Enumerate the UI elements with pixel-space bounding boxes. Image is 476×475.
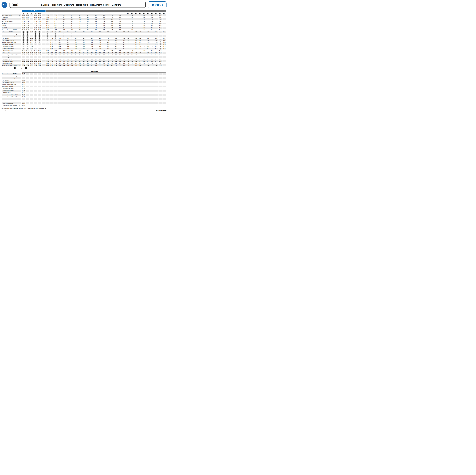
time-cell <box>58 104 62 106</box>
time-cell <box>26 94 29 96</box>
time-cell: 15.05 <box>114 44 118 45</box>
time-cell: 13.13 <box>98 60 102 62</box>
no-stop-wavy-icon <box>63 48 64 49</box>
time-cell <box>98 88 102 89</box>
time-cell <box>90 94 94 96</box>
time-cell <box>62 33 66 35</box>
time-cell <box>54 39 57 41</box>
time-cell: 12.01 <box>90 33 94 35</box>
time-cell: 22.46 <box>154 65 158 66</box>
time-cell <box>163 102 166 104</box>
time-cell: 19.44 <box>26 27 29 29</box>
no-stop-wavy-icon <box>35 35 36 37</box>
time-cell: 07.05 <box>50 41 53 43</box>
time-cell: 11.11 <box>82 56 86 58</box>
no-stop-wavy-icon <box>47 46 48 47</box>
time-cell: 11.02 <box>82 35 86 37</box>
time-cell: 19.42 <box>26 23 29 24</box>
time-cell <box>62 100 66 102</box>
no-stop-wavy-icon <box>120 33 120 35</box>
time-cell <box>122 94 126 96</box>
time-cell <box>158 100 162 102</box>
time-cell <box>86 73 90 75</box>
time-cell <box>118 48 122 49</box>
time-cell: 18.34 <box>138 39 142 41</box>
time-cell <box>58 50 62 51</box>
time-cell: 17.47 <box>130 52 134 54</box>
time-cell: 18.42 <box>138 58 142 60</box>
time-cell: 19.45 <box>142 29 146 31</box>
time-cell: 10.06 <box>74 46 78 47</box>
time-cell <box>50 102 53 104</box>
time-cell <box>74 88 78 89</box>
time-cell <box>146 50 150 51</box>
time-cell <box>130 100 134 102</box>
time-cell <box>146 102 150 104</box>
time-cell <box>118 31 122 33</box>
ab-an-cell <box>19 16 21 18</box>
time-cell <box>90 88 94 89</box>
ab-an-cell <box>19 33 21 35</box>
time-cell <box>94 37 98 39</box>
time-cell <box>110 39 114 41</box>
time-cell: 10.11 <box>74 56 78 58</box>
time-cell <box>134 102 138 104</box>
time-cell: 20.31 <box>30 33 34 35</box>
no-stop-wavy-icon <box>160 44 161 45</box>
no-stop-wavy-icon <box>80 39 80 41</box>
time-cell: 22.35 <box>154 41 158 43</box>
time-cell: 17.09 <box>126 52 130 54</box>
time-cell <box>26 79 29 81</box>
time-cell: 19.36 <box>142 14 146 16</box>
time-cell <box>26 39 29 41</box>
time-cell <box>50 100 53 102</box>
time-cell <box>90 85 94 87</box>
time-cell <box>126 81 130 83</box>
time-cell: 08.36 <box>62 14 66 16</box>
time-cell: 17.39 <box>130 18 134 20</box>
time-cell: 20.44 <box>30 62 34 64</box>
traffic-note-cell: HS <box>34 12 37 14</box>
time-cell <box>138 92 142 94</box>
time-cell <box>142 104 146 106</box>
hs-badge: HS <box>139 13 141 14</box>
time-cell <box>90 16 94 18</box>
time-cell: 06.48 <box>46 54 50 56</box>
time-cell: 20.42 <box>30 58 34 60</box>
time-cell <box>42 88 45 89</box>
time-cell: 08.41 <box>62 20 66 22</box>
time-cell <box>42 33 45 35</box>
time-cell <box>158 85 162 87</box>
time-cell: 13.11 <box>98 56 102 58</box>
time-cell <box>146 104 150 106</box>
time-cell <box>154 100 158 102</box>
time-cell: 17.50 <box>130 58 134 60</box>
time-cell <box>54 41 57 43</box>
no-stop-wavy-icon <box>144 31 145 33</box>
time-cell <box>46 39 50 41</box>
time-cell <box>130 33 134 35</box>
time-cell: 09.10 <box>66 54 69 56</box>
time-cell <box>58 14 62 16</box>
time-cell <box>151 104 154 106</box>
time-cell: 14.08 <box>106 48 110 49</box>
time-cell <box>38 85 41 87</box>
time-cell <box>102 39 106 41</box>
time-cell <box>82 92 86 94</box>
no-stop-wavy-icon <box>103 44 104 45</box>
time-cell <box>86 35 90 37</box>
time-cell <box>42 60 45 62</box>
time-cell <box>154 77 158 79</box>
time-cell <box>134 81 138 83</box>
time-cell: 08.05 <box>58 41 62 43</box>
time-cell: 07.32 <box>22 77 25 79</box>
time-cell <box>102 77 106 79</box>
time-cell <box>62 83 66 85</box>
time-cell <box>106 27 110 29</box>
time-cell <box>154 83 158 85</box>
time-cell <box>151 98 154 100</box>
time-cell <box>46 48 50 49</box>
no-stop-wavy-icon <box>63 31 64 33</box>
time-cell: 21.51 <box>34 60 37 62</box>
time-cell <box>142 98 146 100</box>
